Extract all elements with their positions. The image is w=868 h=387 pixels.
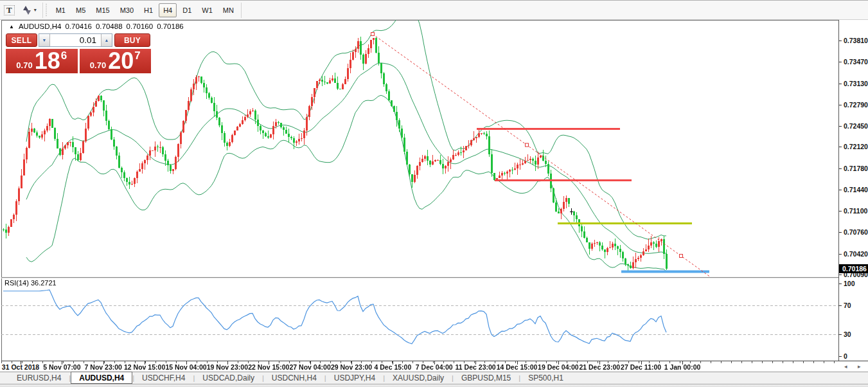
price-axis: 0.738100.734700.731300.727900.724500.721…: [838, 20, 868, 361]
time-axis-major-tick: [103, 361, 104, 364]
arrows-tool-button[interactable]: ▾: [19, 3, 40, 17]
timeframe-button-H4[interactable]: H4: [159, 3, 177, 17]
ohlc-close: 0.70186: [157, 22, 184, 30]
price-axis-label: 0.71100: [839, 207, 868, 215]
chart-tab-GBPUSD-M15[interactable]: GBPUSD,M15: [454, 372, 518, 384]
price-axis-label: 0.72790: [839, 101, 868, 109]
arrows-tool-icon: [22, 6, 31, 15]
toolbar-drag-handle[interactable]: [46, 4, 49, 17]
ohlc-low: 0.70160: [127, 22, 154, 30]
chart-tab-AUDUSD-H4[interactable]: AUDUSD,H4: [71, 372, 132, 384]
price-axis-label: 0.70760: [839, 228, 868, 236]
time-axis-major-tick: [145, 361, 145, 364]
text-tool-icon: T: [4, 5, 15, 15]
triangle-down-icon: ▼: [42, 38, 47, 42]
volume-decrease-button[interactable]: ▼: [39, 34, 50, 46]
buy-price-point: 7: [134, 50, 140, 62]
timeframe-toolbar: M1M5M15M30H1H4D1W1MN: [51, 3, 239, 17]
time-axis-major-tick: [186, 361, 187, 364]
chart-tab-SP500-H1[interactable]: SP500,H1: [520, 372, 571, 384]
chart-tab-USDCAD-Daily[interactable]: USDCAD,Daily: [195, 372, 262, 384]
timeframe-button-M30[interactable]: M30: [116, 3, 138, 17]
window-bottom-edge: [0, 384, 868, 387]
chart-plot-area: ▲AUDUSD,H40.704160.704880.701600.70186 S…: [1, 20, 838, 361]
mt4-window: T ▾ M1M5M15M30H1H4D1W1MN ▲AUDUSD,H40.704…: [0, 0, 868, 387]
time-axis-major-tick: [62, 361, 62, 364]
rsi-scale-label: 30: [839, 330, 868, 338]
buy-button[interactable]: BUY: [114, 33, 150, 47]
sell-button[interactable]: SELL: [6, 33, 37, 47]
price-axis-label: 0.71780: [839, 165, 868, 172]
ohlc-high: 0.70488: [96, 22, 123, 30]
time-axis-major-tick: [682, 361, 683, 364]
chart-ohlc-readout: ▲AUDUSD,H40.704160.704880.701600.70186: [9, 22, 184, 30]
rsi-indicator-label: RSI(14) 36.2721: [4, 279, 57, 287]
volume-increase-button[interactable]: ▲: [101, 34, 112, 46]
collapse-marker-icon: ▲: [9, 24, 14, 30]
symbol-label: AUDUSD,H4: [19, 22, 61, 30]
chart-tab-USDCHF-H4[interactable]: USDCHF,H4: [134, 372, 193, 384]
timeframe-button-M15[interactable]: M15: [91, 3, 114, 17]
time-axis-major-tick: [393, 361, 393, 364]
text-tool-button[interactable]: T: [1, 3, 18, 17]
timeframe-button-MN[interactable]: MN: [218, 3, 238, 17]
toolbar: T ▾ M1M5M15M30H1H4D1W1MN: [0, 1, 868, 20]
time-axis-major-tick: [227, 361, 228, 364]
time-axis-major-tick: [558, 361, 559, 364]
price-axis-label: 0.73470: [839, 58, 868, 66]
chart-tab-USDCNH-H4[interactable]: USDCNH,H4: [264, 372, 324, 384]
price-axis-label: 0.73810: [839, 37, 868, 44]
time-axis-major-tick: [517, 361, 518, 364]
tab-scroll-right-icon[interactable]: ▸: [858, 363, 861, 370]
timeframe-button-H1[interactable]: H1: [139, 3, 157, 17]
time-axis-major-tick: [599, 361, 600, 364]
volume-spinner: ▼ 0.01 ▲: [39, 33, 112, 47]
rsi-scale-label: 0: [839, 352, 868, 360]
chart-tab-XAUUSD-Daily[interactable]: XAUUSD,Daily: [385, 372, 452, 384]
time-axis-major-tick: [641, 361, 642, 364]
chart-tab-USDJPY-H4[interactable]: USDJPY,H4: [326, 372, 383, 384]
chart-tab-EURUSD-H4[interactable]: EURUSD,H4: [9, 372, 69, 384]
time-axis-major-tick: [351, 361, 352, 364]
toolbar-separator: [241, 3, 242, 18]
chart-tab-bar: EURUSD,H4|AUDUSD,H4|USDCHF,H4|USDCAD,Dai…: [0, 372, 868, 384]
price-axis-label: 0.72120: [839, 143, 868, 150]
ohlc-open: 0.70416: [65, 22, 92, 30]
time-axis-major-tick: [475, 361, 476, 364]
time-axis-major-tick: [21, 361, 21, 364]
buy-price-display[interactable]: 0.70207: [80, 49, 152, 73]
time-axis-major-tick: [310, 361, 311, 364]
rsi-scale-label: 100: [839, 280, 868, 287]
volume-input[interactable]: 0.01: [50, 34, 101, 46]
price-axis-label: 0.72450: [839, 122, 868, 130]
buy-price-prefix: 0.70: [90, 60, 106, 70]
sell-price-prefix: 0.70: [16, 60, 32, 70]
buy-price-pips: 20: [108, 50, 134, 72]
dropdown-caret-icon: ▾: [34, 7, 37, 13]
one-click-trading-panel: SELL ▼ 0.01 ▲ BUY 0.70186 0.70207: [6, 33, 151, 73]
timeframe-button-M1[interactable]: M1: [51, 3, 70, 17]
price-axis-label: 0.70420: [839, 250, 868, 258]
timeframe-button-W1[interactable]: W1: [197, 3, 217, 17]
sell-price-point: 6: [61, 50, 67, 62]
timeframe-button-M5[interactable]: M5: [71, 3, 90, 17]
rsi-scale-label: 70: [839, 302, 868, 309]
time-axis-major-tick: [269, 361, 269, 364]
current-price-tag: 0.70186: [839, 264, 868, 273]
price-axis-label: 0.73130: [839, 80, 868, 87]
time-axis-major-tick: [434, 361, 435, 364]
sell-price-display[interactable]: 0.70186: [6, 49, 78, 73]
price-axis-label: 0.71440: [839, 186, 868, 194]
tab-scroll-left-icon[interactable]: ◂: [844, 363, 847, 370]
time-axis: ◂ ▸ 31 Oct 20185 Nov 07:007 Nov 23:0012 …: [1, 361, 868, 372]
sell-price-pips: 18: [35, 50, 60, 72]
toolbar-separator: [42, 3, 43, 18]
triangle-up-icon: ▲: [105, 38, 109, 42]
timeframe-button-D1[interactable]: D1: [178, 3, 196, 17]
